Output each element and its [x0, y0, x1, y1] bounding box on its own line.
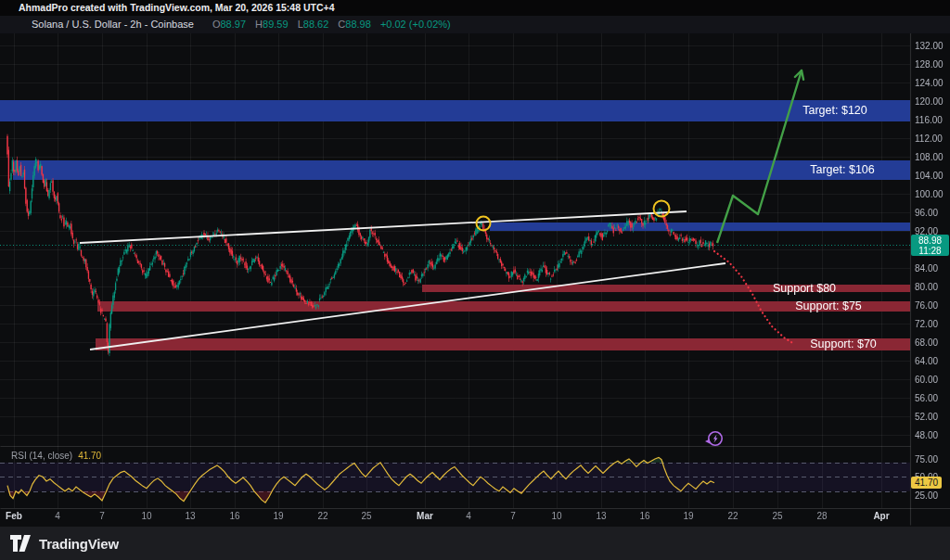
lower-channel-line[interactable]: [90, 263, 725, 350]
projected-up-move-arrow[interactable]: [717, 70, 802, 243]
upper-channel-line[interactable]: [80, 211, 687, 243]
rsi-value-badge: 41.70: [911, 477, 942, 489]
touch-marker-2[interactable]: [654, 201, 670, 217]
high-value: 89.59: [263, 19, 289, 30]
open-label: O: [212, 19, 221, 30]
rsi-legend[interactable]: RSI (14, close)41.70: [11, 451, 101, 461]
rsi-value: 41.70: [78, 451, 101, 461]
rsi-badge-value: 41.70: [915, 477, 938, 488]
watermark-header: AhmadPro created with TradingView.com, M…: [0, 0, 950, 16]
projected-down-move-dotted[interactable]: [714, 251, 794, 344]
tradingview-brand[interactable]: TradingView: [39, 536, 119, 552]
change-value: +0.02 (+0.02%): [380, 19, 451, 30]
watermark-text: AhmadPro created with TradingView.com, M…: [19, 2, 335, 13]
last-price: 88.98: [911, 235, 949, 246]
low-value: 88.62: [303, 19, 329, 30]
touch-marker-1[interactable]: [477, 217, 491, 231]
drawings-overlay: [0, 0, 950, 560]
rsi-title[interactable]: RSI (14, close): [11, 451, 72, 461]
last-price-badge[interactable]: 88.98 11:28: [911, 235, 949, 256]
cursor-triangle-icon: [705, 439, 710, 444]
symbol-legend[interactable]: Solana / U.S. Dollar - 2h - Coinbase O88…: [0, 16, 950, 33]
bar-countdown: 11:28: [911, 246, 949, 256]
close-value: 88.98: [345, 19, 371, 30]
tradingview-chart-window: 136.00132.00128.00124.00120.00116.00112.…: [0, 0, 950, 560]
quick-action-icon[interactable]: [702, 430, 725, 449]
symbol-title[interactable]: Solana / U.S. Dollar - 2h - Coinbase: [32, 19, 194, 30]
tradingview-logo-icon[interactable]: [9, 534, 32, 553]
open-value: 88.97: [221, 19, 247, 30]
footer-bar: TradingView: [0, 527, 950, 560]
arrowhead[interactable]: [802, 70, 803, 80]
lightning-bolt-icon: [713, 435, 718, 443]
high-label: H: [255, 19, 263, 30]
